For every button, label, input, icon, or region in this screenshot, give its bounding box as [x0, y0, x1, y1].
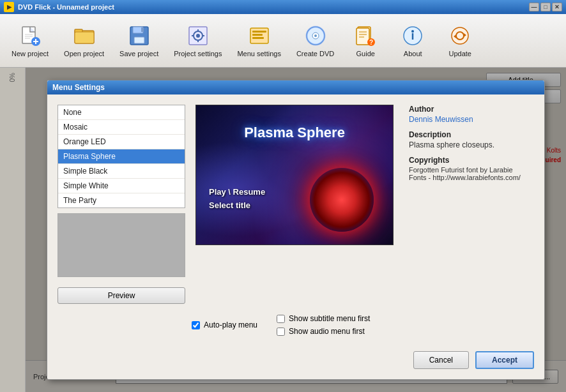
preview-menu-text: Play \ Resume Select title: [209, 186, 265, 213]
title-bar-controls: — □ ✕: [529, 3, 562, 11]
toolbar-about[interactable]: i About: [390, 18, 435, 64]
description-label: Description: [409, 130, 529, 139]
sidebar: 0%: [0, 68, 26, 392]
modal-overlay: Menu Settings None Mosaic Orange LED Pla…: [26, 68, 566, 392]
toolbar-create-dvd[interactable]: Create DVD: [290, 18, 340, 64]
subtitle-label: Show subtitle menu first: [289, 314, 370, 323]
svg-point-39: [452, 27, 468, 44]
guide-label: Guide: [356, 50, 375, 57]
create-dvd-label: Create DVD: [296, 50, 334, 57]
modal-title: Menu Settings: [52, 83, 105, 92]
create-dvd-icon: [304, 24, 327, 47]
plasma-glow: [310, 168, 374, 232]
audio-checkbox[interactable]: [277, 328, 285, 336]
new-project-label: New project: [11, 50, 49, 57]
preview-thumbnail: [57, 213, 185, 277]
menu-item-plasma-sphere[interactable]: Plasma Sphere: [58, 149, 185, 164]
minimize-button[interactable]: —: [529, 3, 539, 11]
preview-image: Plasma Sphere Play \ Resume Select title: [195, 105, 394, 245]
progress-label: 0%: [9, 73, 16, 82]
svg-rect-22: [252, 31, 266, 33]
preview-btn-row: Preview: [57, 287, 185, 304]
main-area: 0% Add title... Add title... 0 Kolts Har…: [0, 68, 566, 392]
save-project-label: Save project: [119, 50, 158, 57]
menu-item-none[interactable]: None: [58, 105, 185, 120]
about-label: About: [404, 50, 422, 57]
toolbar-menu-settings[interactable]: Menu settings: [231, 18, 287, 64]
menu-line-2: Select title: [209, 199, 265, 213]
project-settings-icon: [187, 24, 210, 47]
menu-settings-label: Menu settings: [237, 50, 280, 57]
title-bar-left: ▶ DVD Flick - Unnamed project: [4, 2, 114, 12]
menu-item-orange-led[interactable]: Orange LED: [58, 135, 185, 149]
new-project-icon: [19, 24, 42, 47]
toolbar-update[interactable]: Update: [438, 18, 482, 64]
author-label: Author: [409, 105, 529, 114]
toolbar-guide[interactable]: ? Guide: [343, 18, 388, 64]
svg-rect-9: [75, 32, 94, 43]
description-value: Plasma sphere closeups.: [409, 140, 529, 149]
modal-body: None Mosaic Orange LED Plasma Sphere Sim…: [47, 94, 544, 379]
content-area: Add title... Add title... 0 Kolts Harddi…: [26, 68, 566, 392]
accept-button[interactable]: Accept: [475, 351, 534, 369]
guide-icon: ?: [354, 24, 377, 47]
svg-rect-30: [356, 28, 369, 45]
toolbar: New project Open project Save project: [0, 14, 566, 68]
preview-plasma-title: Plasma Sphere: [196, 124, 393, 141]
author-value: Dennis Meuwissen: [409, 115, 529, 124]
svg-point-27: [314, 34, 317, 37]
svg-rect-12: [134, 37, 144, 43]
buttons-row: Cancel Accept: [57, 346, 534, 369]
menu-settings-icon: [248, 24, 271, 47]
toolbar-save-project[interactable]: Save project: [113, 18, 165, 64]
svg-point-16: [196, 34, 200, 38]
app-icon: ▶: [4, 2, 14, 12]
audio-label: Show audio menu first: [289, 327, 365, 336]
menu-list-column: None Mosaic Orange LED Plasma Sphere Sim…: [57, 105, 185, 304]
save-project-icon: [128, 24, 151, 47]
menu-item-simple-white[interactable]: Simple White: [58, 179, 185, 193]
svg-rect-13: [141, 27, 144, 32]
project-settings-label: Project settings: [174, 50, 222, 57]
close-button[interactable]: ✕: [552, 3, 562, 11]
svg-text:?: ?: [369, 39, 373, 46]
subtitle-row: Show subtitle menu first: [277, 314, 370, 323]
maximize-button[interactable]: □: [540, 3, 551, 11]
info-panel: Author Dennis Meuwissen Description Plas…: [404, 105, 534, 304]
toolbar-open-project[interactable]: Open project: [57, 18, 111, 64]
svg-rect-24: [252, 37, 264, 39]
update-icon: [448, 24, 471, 47]
copyrights-value: Forgotten Futurist font by Larabie Fonts…: [409, 166, 529, 181]
autoplay-checkbox[interactable]: [192, 321, 200, 329]
preview-area: Plasma Sphere Play \ Resume Select title: [195, 105, 394, 304]
modal-titlebar: Menu Settings: [47, 80, 544, 94]
menu-item-the-party[interactable]: The Party: [58, 193, 185, 207]
svg-rect-23: [252, 34, 263, 36]
menu-list: None Mosaic Orange LED Plasma Sphere Sim…: [57, 105, 185, 208]
toolbar-project-settings[interactable]: Project settings: [167, 18, 228, 64]
menu-settings-dialog: Menu Settings None Mosaic Orange LED Pla…: [47, 80, 545, 380]
open-project-label: Open project: [64, 50, 104, 57]
cancel-button[interactable]: Cancel: [413, 351, 469, 369]
about-icon: i: [401, 24, 424, 47]
autoplay-row: Auto-play menu: [192, 314, 257, 336]
options-section: Auto-play menu Show subtitle menu first …: [57, 314, 534, 336]
open-project-icon: [73, 24, 96, 47]
title-bar: ▶ DVD Flick - Unnamed project — □ ✕: [0, 0, 566, 14]
update-label: Update: [448, 50, 471, 57]
menu-item-simple-black[interactable]: Simple Black: [58, 164, 185, 179]
modal-main: None Mosaic Orange LED Plasma Sphere Sim…: [57, 105, 534, 304]
menu-line-1: Play \ Resume: [209, 186, 265, 199]
subtitle-checkbox[interactable]: [277, 315, 285, 323]
svg-point-38: [411, 30, 414, 33]
autoplay-label: Auto-play menu: [204, 320, 257, 329]
copyrights-label: Copyrights: [409, 156, 529, 165]
menu-item-mosaic[interactable]: Mosaic: [58, 120, 185, 135]
preview-button[interactable]: Preview: [57, 287, 185, 304]
toolbar-new-project[interactable]: New project: [5, 18, 55, 64]
audio-row: Show audio menu first: [277, 327, 370, 336]
window-title: DVD Flick - Unnamed project: [18, 3, 114, 11]
